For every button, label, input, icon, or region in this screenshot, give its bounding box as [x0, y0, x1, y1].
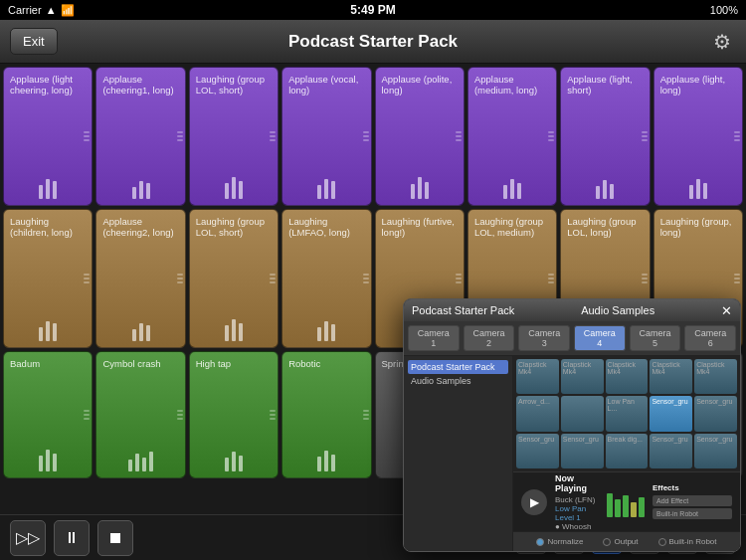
popup-pad-14[interactable]: Sensor_gru: [650, 434, 692, 468]
ffwd-icon[interactable]: ▷▷: [10, 520, 46, 556]
popup-pad-4[interactable]: Clapstick Mk4: [650, 359, 692, 394]
pad-robotic[interactable]: Robotic: [281, 351, 371, 478]
effects-label: Effects: [653, 483, 732, 492]
pad-applause-light-short[interactable]: Applause (light, short): [560, 67, 650, 206]
drag-handle: [84, 410, 90, 420]
output-radio: [603, 538, 611, 546]
drag-handle: [548, 131, 554, 141]
now-playing-sub1: Low Pan Level 1: [555, 504, 586, 522]
pad-applause-vocal-long[interactable]: Applause (vocal, long): [281, 67, 371, 206]
now-playing-info: Now Playing Buck (LFN) Low Pan Level 1 ●…: [555, 473, 599, 531]
popup-left-panel: Podcast Starter Pack Audio Samples: [404, 356, 513, 551]
popup-pad-3[interactable]: Clapstick Mk4: [606, 359, 649, 394]
popup-pad-5[interactable]: Clapstick Mk4: [694, 359, 737, 394]
pad-laughing-lmfao-long[interactable]: Laughing (LMFAO, long): [281, 209, 371, 348]
popup-nav: Camera 1 Camera 2 Camera 3 Camera 4 Came…: [404, 321, 740, 356]
pad-applause-cheering2-long[interactable]: Applause (cheering2, long): [95, 209, 185, 348]
cam6-btn[interactable]: Camera 6: [684, 325, 736, 351]
pad-applause-medium-long[interactable]: Applause (medium, long): [467, 67, 557, 206]
drag-handle: [548, 274, 554, 283]
cam3-btn[interactable]: Camera 3: [518, 325, 570, 351]
drag-handle: [84, 131, 90, 141]
pad-laughing-group-lol-short[interactable]: Laughing (group LOL, short): [189, 67, 279, 206]
popup-pad-10[interactable]: Sensor_gru: [694, 396, 737, 431]
now-playing-label: Now Playing: [555, 473, 599, 493]
built-in-robot-btn[interactable]: Built-in Robot: [653, 508, 732, 519]
pad-laughing-group-lol-short2[interactable]: Laughing (group LOL, short): [189, 209, 279, 348]
drag-handle: [270, 131, 276, 141]
play-button-small[interactable]: ▶: [521, 489, 547, 515]
popup-close-icon[interactable]: ✕: [721, 303, 732, 318]
drag-handle: [177, 131, 183, 141]
popup-pad-6[interactable]: Arrow_d...: [516, 396, 559, 431]
drag-handle: [270, 410, 276, 420]
popup-footer: Normalize Output Built-in Robot: [513, 531, 740, 551]
pause-button[interactable]: ⏸: [54, 520, 90, 556]
audio-samples-popup: Podcast Starter Pack Audio Samples ✕ Cam…: [403, 298, 741, 552]
builtin-radio: [658, 538, 666, 546]
level-meter: [607, 487, 645, 517]
cam4-btn[interactable]: Camera 4: [574, 325, 626, 351]
cam1-btn[interactable]: Camera 1: [408, 325, 460, 351]
popup-titlebar: Podcast Starter Pack Audio Samples ✕: [404, 299, 740, 321]
pad-applause-light-cheering-long[interactable]: Applause (light cheering, long): [3, 67, 93, 206]
popup-bottom: ▶ Now Playing Buck (LFN) Low Pan Level 1…: [513, 471, 740, 531]
output-option[interactable]: Output: [603, 537, 638, 546]
popup-title: Audio Samples: [581, 304, 654, 316]
left-item-audio[interactable]: Audio Samples: [408, 374, 508, 388]
wifi-icon: 📶: [61, 4, 75, 17]
popup-pad-7[interactable]: [561, 396, 604, 431]
stop-button[interactable]: ⏹: [97, 520, 133, 556]
popup-pad-11[interactable]: Sensor_gru: [516, 434, 559, 468]
drag-handle: [363, 274, 369, 283]
popup-left-nav: Podcast Starter Pack: [412, 304, 514, 316]
drag-handle: [734, 274, 740, 283]
popup-content: Camera 1 Camera 2 Camera 3 Camera 4 Came…: [404, 321, 740, 551]
carrier-label: Carrier: [8, 4, 42, 16]
drag-handle: [270, 274, 276, 283]
builtin-option[interactable]: Built-in Robot: [658, 537, 717, 546]
normalize-option[interactable]: Normalize: [536, 537, 583, 546]
drag-handle: [363, 410, 369, 420]
drag-handle: [456, 274, 462, 283]
drag-handle: [642, 274, 648, 283]
cam5-btn[interactable]: Camera 5: [630, 325, 681, 351]
popup-pad-2[interactable]: Clapstick Mk4: [561, 359, 604, 394]
now-playing-sub2: ● Whoosh: [555, 522, 591, 531]
normalize-radio: [536, 538, 544, 546]
popup-pad-8[interactable]: Low Pan L...: [606, 396, 649, 431]
signal-icon: ▲: [46, 4, 57, 16]
drag-handle: [642, 131, 648, 141]
popup-pad-13[interactable]: Break dig...: [606, 434, 649, 468]
pad-cymbol-crash[interactable]: Cymbol crash: [95, 351, 185, 478]
drag-handle: [456, 131, 462, 141]
pad-applause-light-long[interactable]: Applause (light, long): [653, 67, 743, 206]
popup-pad-1[interactable]: Clapstick Mk4: [516, 359, 559, 394]
popup-pad-9[interactable]: Sensor_gru: [650, 396, 692, 431]
drag-handle: [84, 274, 90, 283]
popup-pad-15[interactable]: Sensor_gru: [694, 434, 737, 468]
status-time: 5:49 PM: [350, 3, 395, 17]
left-item-podcast[interactable]: Podcast Starter Pack: [408, 360, 508, 374]
drag-handle: [734, 131, 740, 141]
drag-handle: [177, 410, 183, 420]
pad-applause-polite-long[interactable]: Applause (polite, long): [375, 67, 465, 206]
status-bar: Carrier ▲ 📶 5:49 PM 100%: [0, 0, 746, 20]
pad-high-tap[interactable]: High tap: [189, 351, 279, 478]
battery-label: 100%: [710, 4, 738, 16]
cam2-btn[interactable]: Camera 2: [464, 325, 515, 351]
pad-laughing-children-long[interactable]: Laughing (children, long): [3, 209, 93, 348]
effects-panel: Effects Add Effect Built-in Robot: [653, 483, 732, 521]
drag-handle: [177, 274, 183, 283]
popup-pad-grid: Clapstick Mk4 Clapstick Mk4 Clapstick Mk…: [513, 356, 740, 471]
title-bar: Exit Podcast Starter Pack ⚙: [0, 20, 746, 64]
page-title: Podcast Starter Pack: [288, 32, 458, 52]
popup-right-panel: Clapstick Mk4 Clapstick Mk4 Clapstick Mk…: [513, 356, 740, 551]
pad-applause-cheering1-long[interactable]: Applause (cheering1, long): [95, 67, 185, 206]
drag-handle: [363, 131, 369, 141]
popup-pad-12[interactable]: Sensor_gru: [561, 434, 604, 468]
pad-badum[interactable]: Badum: [3, 351, 93, 478]
add-effect-btn[interactable]: Add Effect: [653, 495, 732, 506]
exit-button[interactable]: Exit: [10, 28, 58, 55]
settings-icon[interactable]: ⚙: [708, 28, 736, 56]
